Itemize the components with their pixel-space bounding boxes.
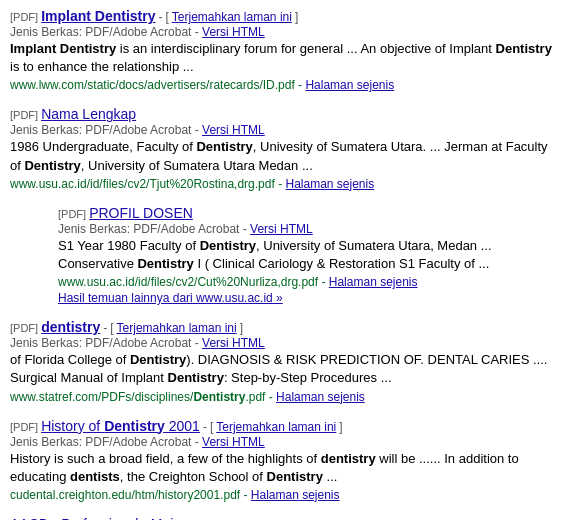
halaman-link[interactable]: Halaman sejenis (285, 177, 374, 191)
meta-line: Jenis Berkas: PDF/Adobe Acrobat - Versi … (10, 123, 552, 137)
snippet: 1986 Undergraduate, Faculty of Dentistry… (10, 138, 552, 174)
snippet: History is such a broad field, a few of … (10, 450, 552, 486)
meta-line: Jenis Berkas: PDF/Adobe Acrobat - Versi … (10, 336, 552, 350)
search-results: [PDF] Implant Dentistry - [ Terjemahkan … (0, 0, 562, 520)
result-link-aacd[interactable]: AACD - Professional - Main (10, 516, 181, 520)
translate-link[interactable]: Terjemahkan laman ini (216, 420, 336, 434)
halaman-link[interactable]: Halaman sejenis (329, 275, 418, 289)
bracket-open: [ (210, 420, 213, 434)
url-line: cudental.creighton.edu/htm/history2001.p… (10, 488, 552, 502)
bracket-open: [ (110, 321, 113, 335)
versi-html-link[interactable]: Versi HTML (202, 336, 265, 350)
pdf-tag: [PDF] (58, 208, 86, 220)
translate-link[interactable]: Terjemahkan laman ini (117, 321, 237, 335)
meta-line: Jenis Berkas: PDF/Adobe Acrobat - Versi … (58, 222, 552, 236)
versi-html-link[interactable]: Versi HTML (250, 222, 313, 236)
translate-link[interactable]: Terjemahkan laman ini (172, 10, 292, 24)
url-line: www.lww.com/static/docs/advertisers/rate… (10, 78, 552, 92)
versi-html-link[interactable]: Versi HTML (202, 435, 265, 449)
versi-html-link[interactable]: Versi HTML (202, 25, 265, 39)
bracket-close: ] (240, 321, 243, 335)
pdf-tag: [PDF] (10, 322, 38, 334)
separator: - (103, 321, 107, 335)
result-item: [PDF] Implant Dentistry - [ Terjemahkan … (10, 8, 552, 92)
result-link-dentistry[interactable]: dentistry (41, 319, 100, 335)
result-item-indented: [PDF] PROFIL DOSEN Jenis Berkas: PDF/Ado… (58, 205, 552, 305)
bracket-close: ] (339, 420, 342, 434)
meta-line: Jenis Berkas: PDF/Adobe Acrobat - Versi … (10, 25, 552, 39)
versi-html-link[interactable]: Versi HTML (202, 123, 265, 137)
halaman-link[interactable]: Halaman sejenis (305, 78, 394, 92)
pdf-tag: [PDF] (10, 109, 38, 121)
title-bold: Implant (41, 8, 91, 24)
snippet: of Florida College of Dentistry). DIAGNO… (10, 351, 552, 387)
separator: - (158, 10, 162, 24)
snippet: Implant Dentistry is an interdisciplinar… (10, 40, 552, 76)
pdf-tag: [PDF] (10, 11, 38, 23)
url-line: www.usu.ac.id/id/files/cv2/Cut%20Nurliza… (58, 275, 552, 289)
pdf-tag: [PDF] (10, 421, 38, 433)
result-item: [PDF] Nama Lengkap Jenis Berkas: PDF/Ado… (10, 106, 552, 190)
result-item: [PDF] dentistry - [ Terjemahkan laman in… (10, 319, 552, 403)
result-item: [PDF] History of Dentistry 2001 - [ Terj… (10, 418, 552, 502)
url-line: www.statref.com/PDFs/disciplines/Dentist… (10, 390, 552, 404)
result-link-nama-lengkap[interactable]: Nama Lengkap (41, 106, 136, 122)
meta-line: Jenis Berkas: PDF/Adobe Acrobat - Versi … (10, 435, 552, 449)
snippet: S1 Year 1980 Faculty of Dentistry, Unive… (58, 237, 552, 273)
halaman-link[interactable]: Halaman sejenis (251, 488, 340, 502)
result-link-history-dentistry[interactable]: History of Dentistry 2001 (41, 418, 200, 434)
separator: - (203, 420, 207, 434)
result-item: AACD - Professional - Main - [ Terjemahk… (10, 516, 552, 520)
halaman-link[interactable]: Halaman sejenis (276, 390, 365, 404)
url-line: www.usu.ac.id/id/files/cv2/Tjut%20Rostin… (10, 177, 552, 191)
bracket-open: [ (165, 10, 168, 24)
result-link-profil-dosen[interactable]: PROFIL DOSEN (89, 205, 193, 221)
result-link-implant-dentistry[interactable]: Implant Dentistry (41, 8, 155, 24)
bracket-close: ] (295, 10, 298, 24)
more-results-link[interactable]: Hasil temuan lainnya dari www.usu.ac.id … (58, 291, 552, 305)
